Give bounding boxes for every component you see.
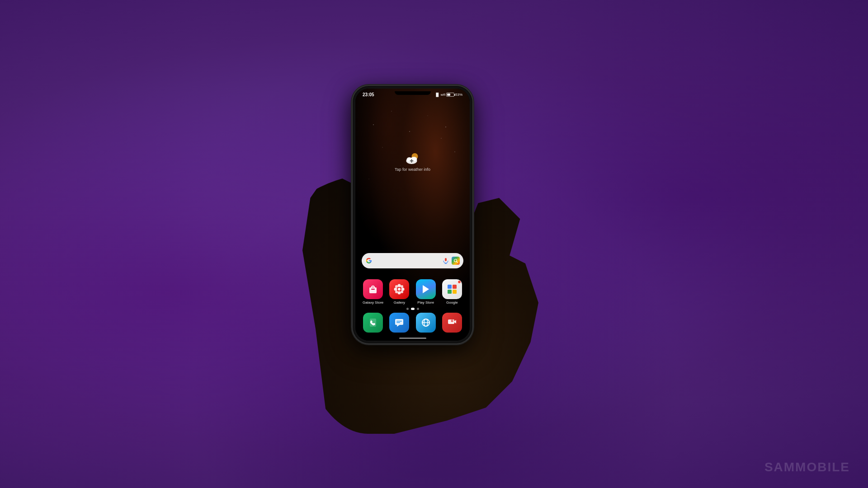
svg-rect-23	[371, 289, 375, 290]
app-play-store[interactable]: Play Store	[415, 279, 437, 305]
app-grid: Galaxy Store	[362, 279, 463, 305]
svg-point-8	[454, 151, 455, 152]
mic-icon[interactable]	[443, 258, 449, 264]
google-app-icon	[442, 279, 462, 299]
battery-fill	[447, 94, 450, 96]
svg-marker-33	[423, 285, 429, 293]
messages-icon	[389, 313, 409, 333]
svg-point-5	[382, 147, 383, 148]
search-action-icons	[443, 257, 460, 265]
svg-point-26	[398, 291, 401, 295]
galaxy-store-label: Galaxy Store	[363, 300, 383, 305]
app-google[interactable]: Google	[441, 279, 463, 305]
phone-screen: 23:05 ▐▌ wifi 53%	[355, 89, 470, 341]
svg-point-0	[373, 124, 374, 125]
svg-point-6	[441, 138, 441, 138]
gallery-flower-icon	[393, 283, 405, 295]
dock-link[interactable]	[415, 313, 437, 333]
svg-rect-34	[448, 285, 452, 289]
signal-icon: ▐▌	[435, 93, 440, 97]
dock-screen-recorder[interactable]	[441, 313, 463, 333]
status-time: 23:05	[363, 92, 374, 97]
gallery-label: Gallery	[394, 300, 405, 305]
shopping-bag-icon	[368, 284, 378, 295]
svg-rect-37	[453, 290, 457, 294]
google-grid-icon	[447, 284, 458, 295]
svg-rect-38	[395, 319, 403, 325]
link-icon	[416, 313, 436, 333]
google-g-logo	[365, 257, 373, 264]
svg-point-30	[401, 285, 403, 288]
svg-rect-17	[445, 258, 447, 261]
play-store-label: Play Store	[417, 300, 434, 305]
app-galaxy-store[interactable]: Galaxy Store	[362, 279, 384, 305]
svg-point-20	[454, 259, 457, 262]
svg-point-4	[445, 127, 446, 127]
svg-rect-36	[448, 290, 452, 294]
gallery-icon	[389, 279, 409, 299]
svg-point-3	[428, 116, 428, 116]
dock-phone[interactable]	[362, 313, 384, 333]
lens-icon[interactable]	[452, 257, 460, 265]
weather-icon	[405, 152, 420, 165]
wifi-icon: wifi	[441, 93, 445, 96]
svg-point-2	[409, 131, 410, 131]
dot-2-active	[411, 308, 415, 310]
play-triangle-icon	[421, 284, 431, 294]
home-indicator	[399, 338, 426, 339]
battery-percent: 53%	[455, 93, 462, 97]
svg-rect-41	[396, 322, 400, 323]
dock-messages[interactable]	[388, 313, 410, 333]
svg-point-31	[395, 291, 398, 293]
dot-1	[406, 308, 409, 310]
dot-3	[417, 308, 419, 310]
svg-point-32	[401, 291, 403, 293]
weather-widget[interactable]: Tap for weather info	[395, 152, 430, 172]
phone-scene: 23:05 ▐▌ wifi 53%	[316, 63, 552, 425]
status-icons: ▐▌ wifi 53%	[435, 93, 462, 97]
svg-rect-40	[396, 321, 402, 322]
phone-frame: 23:05 ▐▌ wifi 53%	[353, 86, 472, 343]
svg-rect-22	[369, 287, 377, 293]
google-label: Google	[446, 300, 458, 305]
svg-marker-46	[454, 320, 456, 324]
svg-point-9	[369, 179, 369, 179]
notification-dot	[458, 280, 461, 284]
battery-icon	[446, 93, 454, 97]
weather-text: Tap for weather info	[395, 167, 430, 172]
svg-point-29	[395, 285, 398, 288]
dock	[362, 313, 463, 333]
camera-notch	[395, 91, 431, 95]
sammobile-watermark: SAMMOBILE	[764, 460, 850, 474]
play-store-icon	[416, 279, 436, 299]
galaxy-store-icon	[363, 279, 383, 299]
svg-point-48	[452, 320, 453, 321]
svg-point-27	[394, 288, 397, 291]
svg-point-28	[401, 288, 405, 291]
svg-point-1	[391, 111, 392, 111]
svg-rect-35	[453, 285, 457, 289]
page-indicators	[406, 308, 419, 310]
svg-point-24	[398, 288, 401, 291]
svg-marker-39	[397, 325, 400, 327]
app-gallery[interactable]: Gallery	[388, 279, 410, 305]
phone-icon	[363, 313, 383, 333]
svg-rect-16	[410, 160, 413, 161]
svg-line-21	[457, 262, 458, 263]
search-bar[interactable]	[362, 253, 463, 268]
weather-icon-container	[395, 152, 430, 165]
screen-recorder-icon	[442, 313, 462, 333]
svg-point-25	[398, 284, 401, 287]
